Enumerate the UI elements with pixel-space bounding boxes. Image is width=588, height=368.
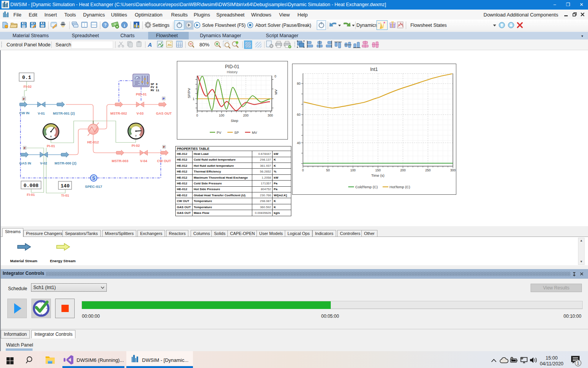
- svg-text:SP 8: SP 8: [151, 83, 158, 86]
- svg-text:Settings: Settings: [152, 23, 170, 28]
- svg-text:2: 2: [135, 135, 136, 137]
- svg-text:15:00: 15:00: [546, 355, 557, 361]
- svg-text:CW IN: CW IN: [19, 111, 29, 115]
- svg-text:0: 0: [274, 74, 276, 78]
- svg-text:0: 0: [302, 168, 304, 172]
- svg-text:P: P: [163, 97, 165, 100]
- svg-text:F: F: [23, 97, 25, 101]
- svg-text:40: 40: [297, 141, 301, 145]
- svg-text:80%: 80%: [199, 42, 209, 48]
- svg-text:0.1: 0.1: [22, 75, 31, 80]
- svg-text:Flowsheet States: Flowsheet States: [410, 23, 447, 28]
- svg-text:300: 300: [268, 113, 273, 117]
- svg-text:?: ?: [104, 23, 106, 27]
- svg-text:Material Stream: Material Stream: [10, 259, 38, 263]
- svg-text:MSTR-003: MSTR-003: [112, 159, 129, 163]
- svg-text:80: 80: [297, 82, 301, 85]
- svg-text:MV: MV: [252, 131, 257, 135]
- svg-text:150: 150: [375, 168, 381, 172]
- svg-text:Control Panel Mode: Control Panel Mode: [7, 42, 51, 48]
- svg-text:PI-02: PI-02: [132, 144, 140, 148]
- svg-text:A: A: [147, 41, 152, 48]
- svg-text:FI-01: FI-01: [27, 193, 35, 197]
- svg-text:PI-01: PI-01: [47, 144, 55, 148]
- svg-text:FI-02: FI-02: [23, 85, 31, 89]
- svg-text:0: 0: [196, 113, 198, 117]
- svg-text:SP: SP: [234, 131, 239, 135]
- svg-text:SP/PV: SP/PV: [187, 88, 191, 99]
- svg-text:60: 60: [297, 113, 301, 117]
- svg-text:140: 140: [60, 183, 70, 189]
- svg-text:HotTemp (C): HotTemp (C): [390, 185, 410, 189]
- svg-text:300: 300: [450, 168, 456, 172]
- svg-text:PID-01: PID-01: [136, 92, 147, 96]
- svg-text:DWSIM - [Dynamic...: DWSIM - [Dynamic...: [142, 357, 188, 363]
- svg-text:04/11/2020: 04/11/2020: [540, 361, 564, 366]
- svg-text:0.008: 0.008: [23, 183, 38, 189]
- svg-text:MSTR-001 (2): MSTR-001 (2): [53, 112, 75, 115]
- svg-text:PV 8: PV 8: [151, 86, 158, 89]
- svg-text:F: F: [163, 145, 165, 149]
- svg-text:Time (s): Time (s): [371, 173, 384, 177]
- svg-text:Energy Stream: Energy Stream: [50, 259, 75, 263]
- svg-text:TI-01: TI-01: [61, 194, 69, 197]
- svg-text:100: 100: [350, 168, 356, 172]
- svg-text:Solve Flowsheet (F5): Solve Flowsheet (F5): [202, 23, 245, 28]
- svg-text:HE-012: HE-012: [87, 140, 99, 144]
- svg-text:SPEC-017: SPEC-017: [85, 184, 102, 189]
- svg-text:V-04: V-04: [140, 159, 147, 163]
- svg-text:200: 200: [400, 168, 406, 172]
- svg-text:PID-01: PID-01: [225, 64, 240, 69]
- svg-text:Int1: Int1: [370, 67, 378, 72]
- svg-text:S: S: [92, 176, 95, 181]
- svg-text:50: 50: [326, 168, 330, 172]
- svg-text:PV: PV: [217, 131, 221, 135]
- svg-text:CW OUT: CW OUT: [157, 159, 171, 163]
- svg-text:History: History: [227, 70, 238, 74]
- svg-text:V-01: V-01: [38, 112, 45, 115]
- svg-text:8: 8: [50, 135, 51, 138]
- svg-text:MSTR-000 (2): MSTR-000 (2): [54, 161, 76, 165]
- svg-text:100: 100: [219, 113, 224, 117]
- svg-text:Abort Solver (Pause/Break): Abort Solver (Pause/Break): [255, 23, 311, 28]
- svg-text:Search: Search: [56, 42, 71, 48]
- svg-text:i: i: [124, 23, 125, 28]
- svg-text:MV: MV: [274, 89, 278, 95]
- svg-text:ColdTemp (C): ColdTemp (C): [355, 185, 378, 189]
- svg-text:MSTR-002: MSTR-002: [110, 112, 127, 115]
- svg-text:MV 11: MV 11: [151, 89, 160, 92]
- svg-text:1: 1: [577, 361, 579, 365]
- svg-text:250: 250: [425, 168, 431, 172]
- svg-text:V-02: V-02: [40, 161, 47, 165]
- svg-text:DWSIM6 (Running)...: DWSIM6 (Running)...: [77, 357, 124, 363]
- svg-text:Step: Step: [231, 118, 238, 123]
- svg-text:V-03: V-03: [137, 112, 144, 115]
- svg-text:GAS IN: GAS IN: [19, 161, 31, 165]
- svg-text:200: 200: [243, 113, 248, 117]
- svg-text:GAS OUT: GAS OUT: [156, 112, 172, 115]
- svg-text:Dynamics: Dynamics: [356, 23, 377, 28]
- svg-text:1: 1: [193, 97, 194, 101]
- svg-text:F: F: [24, 146, 26, 150]
